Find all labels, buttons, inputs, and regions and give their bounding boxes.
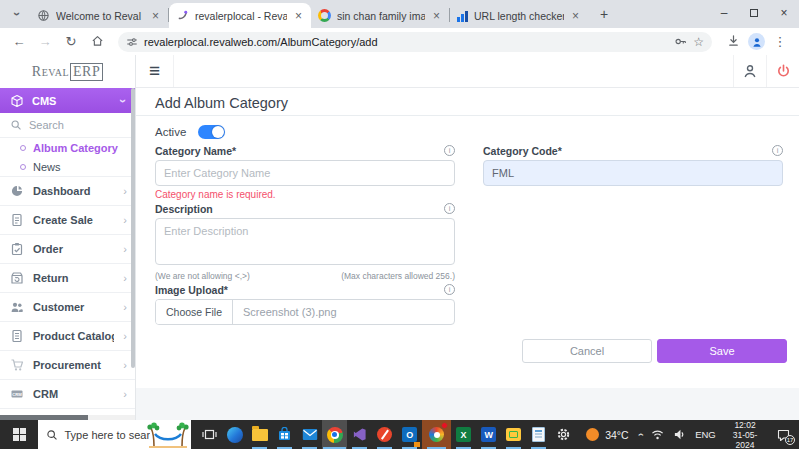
mail-icon [302, 428, 318, 441]
sidebar-item-order[interactable]: Order › [0, 234, 135, 263]
maximize-button[interactable] [739, 0, 769, 26]
description-hints: (We are not allowing <,>) (Max character… [155, 271, 455, 281]
word-button[interactable]: W [476, 420, 501, 449]
settings-button[interactable] [551, 420, 576, 449]
window-controls: – × [709, 0, 799, 26]
taskbar-search[interactable] [38, 420, 191, 449]
tray-expand-button[interactable]: › [635, 433, 646, 436]
cancel-button[interactable]: Cancel [522, 339, 652, 363]
address-bar[interactable]: revalerplocal.revalweb.com/AlbumCategory… [118, 32, 712, 52]
sidebar-search-input[interactable] [29, 119, 109, 131]
user-account-button[interactable] [733, 55, 766, 87]
sidebar-item-dashboard[interactable]: Dashboard › [0, 176, 135, 205]
windows-taskbar: O X W 34°C › ENG 12:02 31-05-2024 17 [0, 420, 799, 449]
sidebar-item-create-sale[interactable]: Create Sale › [0, 205, 135, 234]
close-icon[interactable]: × [150, 9, 161, 23]
temperature-text: 34°C [605, 429, 628, 441]
taskbar-clock[interactable]: 12:02 31-05-2024 [725, 420, 766, 449]
person-icon [751, 36, 763, 48]
network-icon[interactable] [651, 428, 664, 441]
minimize-button[interactable]: – [709, 0, 739, 26]
sidebar-group-cms[interactable]: CMS › [0, 88, 135, 113]
task-view-button[interactable] [197, 420, 222, 449]
sidebar-item-news[interactable]: News [0, 157, 135, 176]
profile-avatar[interactable] [748, 33, 765, 50]
notification-dot [441, 422, 448, 429]
close-icon[interactable]: × [431, 9, 442, 23]
highlighted-app-button[interactable] [422, 420, 451, 449]
info-icon[interactable]: i [772, 145, 783, 156]
sidebar-item-album-category[interactable]: Album Category [0, 138, 135, 157]
excel-button[interactable]: X [451, 420, 476, 449]
beach-hammock-icon[interactable] [147, 422, 189, 448]
chevron-right-icon: › [123, 214, 127, 226]
close-window-button[interactable]: × [769, 0, 799, 26]
info-icon[interactable]: i [444, 284, 455, 295]
sidebar-item-label: Dashboard [33, 185, 114, 197]
back-button[interactable]: ← [8, 34, 30, 49]
mail-button[interactable] [297, 420, 322, 449]
category-name-input[interactable] [155, 160, 455, 186]
hamburger-menu-button[interactable]: ≡ [136, 55, 174, 87]
url-text[interactable]: revalerplocal.revalweb.com/AlbumCategory… [144, 36, 668, 48]
bookmark-star-icon[interactable]: ☆ [693, 35, 704, 49]
sidebar-item-product-catalogue[interactable]: Product Catalogue › [0, 321, 135, 350]
chrome-taskbar-button[interactable] [322, 420, 347, 449]
password-key-icon[interactable] [674, 35, 687, 48]
weather-widget[interactable]: 34°C [576, 420, 638, 449]
tab-search-button[interactable]: › [6, 3, 28, 25]
active-toggle[interactable] [198, 125, 225, 139]
close-icon[interactable]: × [570, 9, 581, 23]
info-icon[interactable]: i [444, 145, 455, 156]
taskbar-search-input[interactable] [64, 429, 150, 441]
action-center-button[interactable]: 17 [774, 426, 793, 444]
description-input[interactable] [155, 218, 455, 265]
volume-icon[interactable] [673, 428, 686, 441]
home-button[interactable] [86, 34, 108, 50]
logout-button[interactable] [766, 55, 799, 87]
cms-label: CMS [32, 95, 113, 107]
visual-studio-icon [352, 427, 367, 442]
reload-button[interactable]: ↻ [60, 34, 82, 49]
sidebar-item-label: Create Sale [33, 214, 114, 226]
notepad-button[interactable] [526, 420, 551, 449]
site-settings-icon[interactable] [126, 36, 138, 48]
tab-revalerp-active[interactable]: revalerplocal - RevalERP - Add × [169, 3, 311, 28]
downloads-button[interactable] [722, 34, 744, 50]
chevron-right-icon: › [123, 330, 127, 342]
sidebar-item-return[interactable]: Return › [0, 263, 135, 292]
new-tab-button[interactable]: + [592, 2, 616, 26]
edge-taskbar-button[interactable] [222, 420, 247, 449]
sidebar-item-procurement[interactable]: Procurement › [0, 350, 135, 379]
tab-url-checker[interactable]: URL length checker, Count Cha × [450, 3, 588, 28]
store-button[interactable] [272, 420, 297, 449]
share-app-button[interactable] [501, 420, 526, 449]
outlook-button[interactable]: O [397, 420, 422, 449]
category-code-input[interactable] [483, 160, 783, 186]
browser-menu-button[interactable]: ⋮ [769, 34, 791, 49]
crm-badge-icon: CRM [10, 387, 24, 401]
sidebar-item-label: Procurement [33, 359, 114, 371]
start-button[interactable] [0, 420, 38, 449]
tab-google-images[interactable]: sin chan family images - Googl × [311, 3, 449, 28]
language-indicator[interactable]: ENG [695, 429, 716, 440]
sidebar-scrollbar[interactable] [131, 88, 135, 368]
task-view-icon [202, 427, 217, 442]
visual-studio-button[interactable] [347, 420, 372, 449]
file-upload-box[interactable]: Choose File Screenshot (3).png [155, 299, 455, 325]
forward-button[interactable]: → [34, 34, 56, 49]
tab-welcome-hrms[interactable]: Welcome to Reval HRMS × [30, 3, 168, 28]
search-icon [46, 429, 58, 441]
sidebar-item-crm[interactable]: CRM CRM › [0, 379, 135, 408]
close-icon[interactable]: × [293, 9, 304, 23]
chevron-right-icon: › [123, 243, 127, 255]
save-button[interactable]: Save [657, 339, 787, 363]
sidebar-item-customer[interactable]: Customer › [0, 292, 135, 321]
orange-app-button[interactable] [372, 420, 397, 449]
file-explorer-button[interactable] [247, 420, 272, 449]
system-tray: › ENG 12:02 31-05-2024 17 [639, 420, 799, 449]
choose-file-button[interactable]: Choose File [156, 300, 233, 324]
description-field: Descriptioni (We are not allowing <,>) (… [155, 203, 455, 281]
sidebar-search[interactable] [0, 113, 135, 138]
info-icon[interactable]: i [444, 203, 455, 214]
